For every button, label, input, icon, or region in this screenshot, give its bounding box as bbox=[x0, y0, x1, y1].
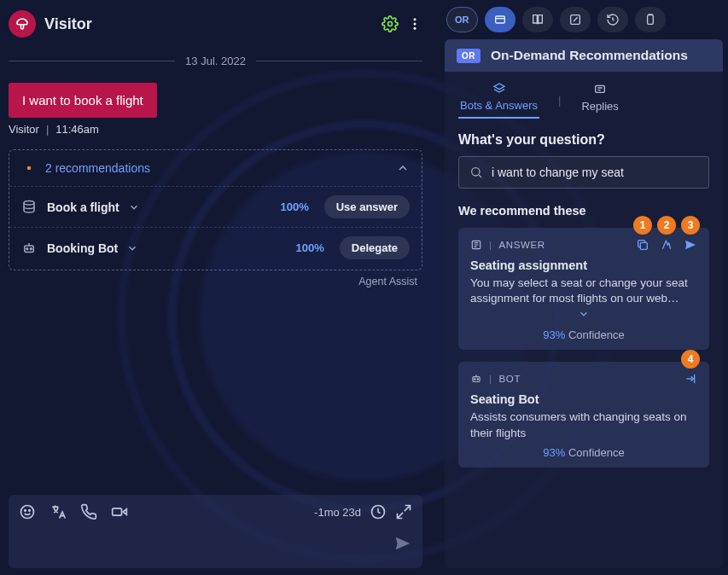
svg-point-9 bbox=[21, 506, 34, 519]
brand-logo bbox=[9, 10, 36, 38]
send-button[interactable] bbox=[393, 534, 412, 555]
svg-rect-12 bbox=[113, 508, 122, 515]
odr-body: Bots & Answers | Replies What's your que… bbox=[445, 72, 723, 568]
svg-point-7 bbox=[26, 247, 28, 249]
clipboard-icon bbox=[644, 13, 657, 26]
svg-point-8 bbox=[30, 247, 32, 249]
expand-icon[interactable] bbox=[395, 503, 412, 520]
card-title: Seating assignment bbox=[470, 258, 697, 272]
visitor-message-text: I want to book a flight bbox=[22, 93, 143, 107]
visitor-message-author: Visitor bbox=[9, 123, 39, 136]
send-icon[interactable] bbox=[684, 238, 697, 252]
iconbar-knowledge-pill[interactable] bbox=[522, 7, 553, 32]
composer-input[interactable] bbox=[19, 529, 393, 560]
recommendation-card-bot: | BOT Seating Bot Assists consumers with… bbox=[458, 362, 709, 467]
inline-recommendations-toggle[interactable]: 2 recommendations bbox=[9, 150, 422, 186]
card-confidence-label: Confidence bbox=[568, 328, 625, 341]
iconbar-answers-pill[interactable] bbox=[485, 7, 515, 32]
chevron-up-icon bbox=[396, 161, 410, 175]
search-icon bbox=[469, 166, 483, 179]
svg-point-22 bbox=[475, 379, 475, 380]
odr-search[interactable] bbox=[458, 156, 709, 189]
phone-icon[interactable] bbox=[80, 503, 97, 520]
question-heading: What's your question? bbox=[458, 132, 709, 148]
odr-subtabs: Bots & Answers | Replies bbox=[458, 82, 709, 119]
iconbar-history-pill[interactable] bbox=[597, 7, 628, 32]
tab-replies[interactable]: Replies bbox=[579, 83, 620, 118]
iconbar-compose-pill[interactable] bbox=[560, 7, 591, 32]
tab-bots-answers[interactable]: Bots & Answers bbox=[458, 82, 539, 119]
card-type-label: ANSWER bbox=[499, 240, 545, 250]
visitor-message-time: 11:46am bbox=[55, 123, 99, 136]
svg-rect-20 bbox=[640, 242, 647, 249]
chevron-down-icon[interactable] bbox=[126, 242, 138, 254]
inline-recommendation-score: 100% bbox=[280, 200, 308, 213]
use-answer-button[interactable]: Use answer bbox=[324, 195, 410, 218]
history-icon bbox=[606, 13, 620, 26]
recommendation-source-label: Agent Assist bbox=[9, 276, 417, 288]
chat-header: Visitor bbox=[9, 7, 422, 44]
svg-point-11 bbox=[29, 510, 31, 512]
conversation-age: -1mo 23d bbox=[314, 506, 361, 519]
card-confidence-pct: 93% bbox=[543, 446, 565, 459]
svg-point-23 bbox=[477, 379, 478, 380]
inline-recommendations-title: 2 recommendations bbox=[45, 161, 150, 175]
chevron-down-icon bbox=[578, 308, 590, 320]
edit-icon bbox=[568, 13, 582, 26]
card-confidence-pct: 93% bbox=[543, 328, 565, 341]
svg-point-5 bbox=[24, 200, 34, 205]
mushroom-icon bbox=[15, 16, 30, 32]
tab-separator: | bbox=[558, 94, 561, 107]
odr-badge: OR bbox=[457, 49, 480, 63]
chat-header-title: Visitor bbox=[44, 15, 92, 33]
inline-recommendation-row: Booking Bot 100% Delegate bbox=[9, 227, 422, 268]
side-iconbar: OR bbox=[445, 5, 723, 39]
svg-point-2 bbox=[414, 23, 416, 26]
chevron-down-icon[interactable] bbox=[128, 201, 140, 213]
card-icon bbox=[493, 13, 507, 26]
visitor-message-meta: Visitor | 11:46am bbox=[9, 123, 422, 136]
inline-recommendation-name: Booking Bot bbox=[47, 241, 118, 255]
iconbar-clipboard-pill[interactable] bbox=[635, 7, 666, 32]
date-divider: 13 Jul. 2022 bbox=[9, 55, 422, 67]
recommendation-card-answer: | ANSWER Seating assignment bbox=[458, 228, 709, 350]
svg-point-0 bbox=[388, 22, 393, 26]
replies-icon bbox=[593, 83, 607, 96]
video-icon[interactable] bbox=[111, 503, 128, 520]
odr-header: OR On-Demand Recommendations bbox=[445, 39, 723, 72]
answer-icon bbox=[470, 239, 482, 251]
card-type-label: BOT bbox=[499, 374, 521, 384]
card-title: Seating Bot bbox=[470, 392, 697, 406]
card-confidence: 93% Confidence bbox=[470, 446, 697, 459]
tab-bots-answers-label: Bots & Answers bbox=[460, 99, 538, 112]
card-confidence: 93% Confidence bbox=[470, 328, 697, 341]
translate-icon[interactable] bbox=[50, 503, 67, 520]
book-icon bbox=[531, 13, 545, 26]
svg-point-4 bbox=[27, 166, 32, 171]
iconbar-or-pill[interactable]: OR bbox=[446, 7, 478, 32]
visitor-message-bubble: I want to book a flight bbox=[9, 83, 157, 118]
composer-toolbar: -1mo 23d bbox=[19, 503, 412, 520]
card-expand-toggle[interactable] bbox=[470, 308, 697, 323]
emoji-icon[interactable] bbox=[19, 503, 36, 520]
bot-icon bbox=[470, 373, 482, 385]
svg-point-10 bbox=[25, 510, 26, 512]
kebab-icon[interactable] bbox=[407, 16, 422, 32]
svg-rect-17 bbox=[596, 85, 605, 92]
delegate-button[interactable]: Delegate bbox=[340, 236, 410, 259]
gear-icon[interactable] bbox=[381, 15, 399, 32]
svg-rect-14 bbox=[495, 16, 504, 23]
card-body: Assists consumers with changing seats on… bbox=[470, 409, 697, 440]
inline-recommendations-panel: 2 recommendations Book a flight 10 bbox=[9, 149, 422, 270]
copy-icon[interactable] bbox=[636, 238, 649, 252]
clock-icon[interactable] bbox=[370, 503, 387, 520]
card-confidence-label: Confidence bbox=[568, 446, 625, 459]
database-icon bbox=[21, 200, 37, 215]
svg-rect-16 bbox=[647, 15, 653, 25]
send-icon bbox=[393, 534, 412, 553]
svg-point-3 bbox=[414, 27, 416, 30]
odr-search-input[interactable] bbox=[492, 166, 698, 179]
card-body: You may select a seat or change your sea… bbox=[470, 276, 697, 306]
delegate-icon[interactable] bbox=[684, 372, 697, 386]
insert-icon[interactable] bbox=[660, 238, 673, 252]
